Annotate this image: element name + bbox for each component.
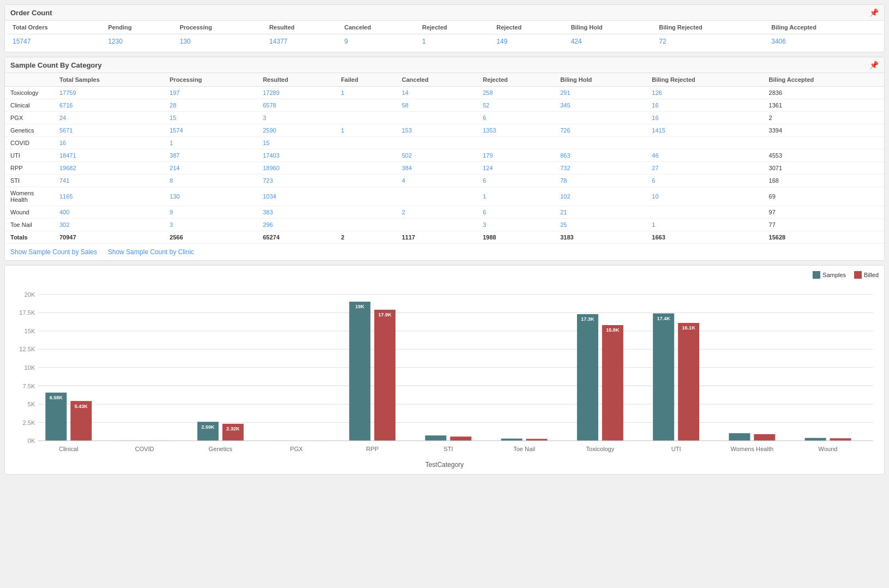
col-rejected2: Rejected	[491, 21, 565, 34]
show-sample-count-by-clinic[interactable]: Show Sample Count by Clinic	[108, 248, 194, 256]
biling-hold-value[interactable]: 424	[571, 38, 582, 45]
sample-cell-8-5: 1	[477, 187, 555, 206]
sample-cell-9-4: 2	[397, 206, 478, 219]
sample-cell-10-2: 296	[257, 219, 335, 231]
sample-label-8: Womens Health	[5, 187, 54, 206]
pending-value[interactable]: 1230	[108, 38, 123, 45]
svg-text:20K: 20K	[25, 291, 35, 298]
sample-cell-10-4	[397, 219, 478, 231]
sample-cell-0-2: 17289	[257, 87, 335, 99]
processing-value[interactable]: 130	[179, 38, 190, 45]
sample-count-table: Total Samples Processing Resulted Failed…	[5, 73, 884, 244]
sample-row-covid: COVID16115	[5, 137, 884, 149]
sample-row-toe-nail: Toe Nail3023296325177	[5, 219, 884, 231]
sample-row-sti: STI741872346786168	[5, 175, 884, 187]
order-count-content: Total Orders Pending Processing Resulted…	[5, 21, 884, 52]
order-count-panel: Order Count 📌 Total Orders Pending Proce…	[4, 4, 885, 52]
svg-rect-47	[602, 325, 623, 441]
col-total-samples: Total Samples	[54, 73, 164, 87]
sample-cell-5-5: 179	[477, 149, 555, 162]
rejected2-value[interactable]: 149	[496, 38, 507, 45]
rejected1-value[interactable]: 1	[422, 38, 426, 45]
svg-text:17.4K: 17.4K	[657, 316, 671, 321]
chart-legend: Samples Billed	[10, 271, 879, 279]
sample-cell-11-0: 70947	[54, 231, 164, 244]
sample-cell-11-2: 65274	[257, 231, 335, 244]
sample-cell-7-2: 723	[257, 175, 335, 187]
col-s-resulted: Resulted	[257, 73, 335, 87]
sample-row-toxicology: Toxicology17759197172891142582911262836	[5, 87, 884, 99]
sample-cell-4-2: 15	[257, 137, 335, 149]
resulted-value[interactable]: 14377	[269, 38, 287, 45]
order-count-table: Total Orders Pending Processing Resulted…	[7, 21, 882, 49]
sample-cell-1-0: 6716	[54, 99, 164, 112]
legend-billed: Billed	[854, 271, 879, 279]
col-biling-accepted: Biling Accepted	[766, 21, 882, 34]
sample-cell-10-1: 3	[164, 219, 257, 231]
legend-samples-color	[813, 271, 820, 279]
sample-cell-9-8: 97	[764, 206, 884, 219]
sample-cell-6-1: 214	[164, 162, 257, 175]
sample-label-7: STI	[5, 175, 54, 187]
sample-cell-1-1: 28	[164, 99, 257, 112]
sample-cell-8-8: 69	[764, 187, 884, 206]
svg-text:7.5K: 7.5K	[23, 382, 35, 389]
sample-cell-7-7: 6	[646, 175, 763, 187]
sample-cell-0-6: 291	[555, 87, 646, 99]
svg-rect-59	[830, 438, 851, 441]
sample-label-4: COVID	[5, 137, 54, 149]
sample-cell-5-4: 502	[397, 149, 478, 162]
svg-text:15K: 15K	[25, 328, 35, 334]
sample-row-uti: UTI1847138717403502179863464553	[5, 149, 884, 162]
svg-rect-50	[653, 314, 674, 441]
sample-cell-4-4	[397, 137, 478, 149]
show-sample-count-by-sales[interactable]: Show Sample Count by Sales	[10, 248, 97, 256]
svg-text:5K: 5K	[28, 401, 35, 407]
sample-cell-2-4	[397, 112, 478, 124]
sample-count-panel: Sample Count By Category 📌 Total Samples…	[4, 57, 885, 261]
sample-cell-8-1: 130	[164, 187, 257, 206]
col-total-orders: Total Orders	[7, 21, 103, 34]
sample-label-6: RPP	[5, 162, 54, 175]
sample-cell-8-4	[397, 187, 478, 206]
sample-cell-11-4: 1117	[397, 231, 478, 244]
biling-accepted-value[interactable]: 3406	[771, 38, 786, 45]
total-orders-value[interactable]: 15747	[13, 38, 31, 45]
canceled-value[interactable]: 9	[344, 38, 348, 45]
svg-text:Toe Nail: Toe Nail	[513, 445, 535, 452]
biling-rejected-value[interactable]: 72	[659, 38, 666, 45]
sample-cell-5-1: 387	[164, 149, 257, 162]
order-count-header-row: Total Orders Pending Processing Resulted…	[7, 21, 882, 34]
sample-cell-4-5	[477, 137, 555, 149]
col-s-biling-accepted: Biling Accepted	[764, 73, 884, 87]
sample-cell-7-5: 6	[477, 175, 555, 187]
sample-cell-2-1: 15	[164, 112, 257, 124]
svg-rect-45	[577, 314, 598, 441]
sample-cell-1-5: 52	[477, 99, 555, 112]
sample-cell-10-5: 3	[477, 219, 555, 231]
sample-cell-5-3	[335, 149, 397, 162]
svg-text:17.3K: 17.3K	[581, 316, 594, 322]
sample-cell-7-8: 168	[764, 175, 884, 187]
svg-text:RPP: RPP	[366, 445, 379, 452]
svg-text:2.32K: 2.32K	[226, 426, 240, 431]
sample-cell-7-6: 78	[555, 175, 646, 187]
sample-cell-3-4: 153	[397, 124, 478, 137]
sample-cell-2-3	[335, 112, 397, 124]
col-s-biling-hold: Biling Hold	[555, 73, 646, 87]
svg-text:Toxicology: Toxicology	[586, 445, 615, 452]
sample-cell-2-2: 3	[257, 112, 335, 124]
sample-cell-11-6: 3183	[555, 231, 646, 244]
svg-rect-34	[349, 302, 370, 441]
svg-text:COVID: COVID	[135, 445, 154, 452]
sample-label-5: UTI	[5, 149, 54, 162]
sample-cell-8-3	[335, 187, 397, 206]
sample-cell-11-1: 2566	[164, 231, 257, 244]
col-biling-hold: Biling Hold	[566, 21, 654, 34]
sample-cell-0-5: 258	[477, 87, 555, 99]
svg-rect-43	[526, 439, 548, 441]
sample-cell-8-7: 10	[646, 187, 763, 206]
col-s-biling-rejected: Biling Rejected	[646, 73, 763, 87]
sample-cell-10-7: 1	[646, 219, 763, 231]
order-count-values-row: 15747 1230 130 14377 9 1 149 424 72 3406	[7, 34, 882, 49]
